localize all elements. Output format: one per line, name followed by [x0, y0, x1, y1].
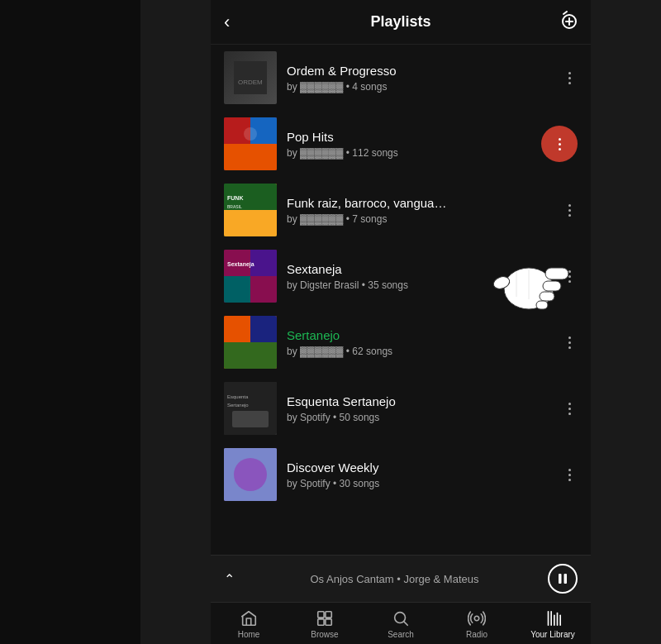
svg-rect-37: [326, 612, 331, 618]
svg-rect-35: [564, 574, 568, 584]
svg-rect-34: [559, 574, 562, 584]
track-name: Os Anjos Cantam: [311, 573, 394, 585]
back-button[interactable]: ‹: [224, 12, 249, 33]
playlist-info: Ordem & Progresso by ▓▓▓▓▓▓ • 4 songs: [287, 64, 562, 93]
playlist-info: Funk raiz, barroco, vangua… by ▓▓▓▓▓▓ • …: [287, 196, 562, 225]
svg-rect-31: [232, 411, 269, 427]
playlist-name: Discover Weekly: [287, 460, 562, 475]
pause-button[interactable]: [548, 564, 578, 594]
nav-item-home[interactable]: Home: [211, 609, 287, 639]
playlist-menu-button[interactable]: [562, 198, 578, 223]
playlist-menu-button[interactable]: [562, 264, 578, 289]
background-left: [0, 0, 140, 644]
nav-item-browse[interactable]: Browse: [287, 609, 363, 639]
playlist-name: Funk raiz, barroco, vangua…: [287, 196, 562, 210]
playlist-menu-active[interactable]: [541, 126, 578, 162]
red-menu-button[interactable]: [541, 126, 578, 162]
svg-rect-18: [224, 210, 277, 236]
playlist-thumbnail: [224, 117, 277, 170]
svg-rect-26: [224, 342, 277, 369]
playlist-meta: by Spotify • 50 songs: [287, 412, 562, 423]
playlist-meta: by ▓▓▓▓▓▓ • 4 songs: [287, 81, 562, 93]
artist-name: Jorge & Mateus: [403, 573, 478, 585]
list-item[interactable]: FUNK BRASIL Funk raiz, barroco, vangua… …: [211, 177, 591, 243]
browse-icon: [316, 609, 334, 627]
playlist-list: ORDEM Ordem & Progresso by ▓▓▓▓▓▓ • 4 so…: [211, 45, 591, 555]
svg-text:Sertanejo: Sertanejo: [227, 403, 249, 408]
list-item[interactable]: Sextaneja Sextaneja by Digster Brasil • …: [211, 243, 591, 309]
playlist-meta: by ▓▓▓▓▓▓ • 62 songs: [287, 346, 562, 357]
svg-point-8: [244, 127, 257, 141]
list-item[interactable]: Esquenta Sertanejo Esquenta Sertanejo by…: [211, 375, 591, 441]
list-item[interactable]: Discover Weekly by Spotify • 30 songs: [211, 441, 591, 508]
list-item[interactable]: Sertanejo by ▓▓▓▓▓▓ • 62 songs: [211, 309, 591, 375]
playlist-name: Pop Hits: [287, 130, 541, 144]
playlist-thumbnail: FUNK BRASIL: [224, 184, 277, 236]
home-icon: [240, 609, 258, 627]
playlist-meta: by Spotify • 30 songs: [287, 478, 562, 489]
playlist-meta: by ▓▓▓▓▓▓ • 7 songs: [287, 213, 562, 225]
nav-label-browse: Browse: [311, 630, 338, 639]
svg-point-33: [234, 458, 267, 491]
expand-icon[interactable]: ⌃: [224, 571, 235, 587]
playlist-meta: by Digster Brasil • 35 songs: [287, 279, 562, 291]
playlist-menu-button[interactable]: [562, 462, 578, 488]
svg-text:ORDEM: ORDEM: [238, 79, 263, 86]
nav-label-radio: Radio: [466, 630, 487, 639]
playlist-info: Sextaneja by Digster Brasil • 35 songs: [287, 262, 562, 291]
playlist-menu-button[interactable]: [562, 330, 578, 355]
nav-label-search: Search: [388, 630, 414, 639]
svg-text:FUNK: FUNK: [227, 195, 243, 201]
phone-screen: ‹ Playlists ORDEM Ordem & Progresso by: [211, 0, 591, 644]
playlist-thumbnail: [224, 448, 277, 501]
svg-rect-27: [250, 316, 277, 342]
svg-text:Esquenta: Esquenta: [227, 394, 249, 399]
svg-text:BRASIL: BRASIL: [227, 204, 242, 209]
playlist-name: Ordem & Progresso: [287, 64, 562, 78]
nav-label-library: Your Library: [530, 630, 575, 639]
playlist-thumbnail: Sextaneja: [224, 250, 277, 303]
playlist-info: Pop Hits by ▓▓▓▓▓▓ • 112 songs: [287, 130, 541, 159]
playlist-thumbnail: [224, 316, 277, 369]
playlist-name: Esquenta Sertanejo: [287, 394, 562, 408]
playlist-meta: by ▓▓▓▓▓▓ • 112 songs: [287, 147, 541, 159]
nav-item-search[interactable]: Search: [363, 609, 439, 639]
playlist-name: Sertanejo: [287, 328, 562, 342]
svg-point-42: [474, 616, 479, 621]
now-playing-text: Os Anjos Cantam • Jorge & Mateus: [241, 573, 548, 585]
svg-rect-3: [234, 61, 267, 94]
svg-text:Sextaneja: Sextaneja: [227, 261, 254, 268]
svg-rect-22: [250, 250, 277, 276]
header: ‹ Playlists: [211, 0, 591, 45]
now-playing-bar[interactable]: ⌃ Os Anjos Cantam • Jorge & Mateus: [211, 555, 591, 602]
playlist-thumbnail: Esquenta Sertanejo: [224, 382, 277, 435]
playlist-menu-button[interactable]: [562, 396, 578, 422]
svg-rect-38: [318, 619, 324, 625]
search-icon: [392, 609, 410, 627]
radio-icon: [468, 609, 486, 627]
svg-rect-39: [326, 619, 331, 625]
nav-item-library[interactable]: Your Library: [515, 609, 591, 639]
playlist-info: Esquenta Sertanejo by Spotify • 50 songs: [287, 394, 562, 423]
page-title: Playlists: [249, 13, 553, 31]
playlist-name: Sextaneja: [287, 262, 562, 276]
svg-rect-36: [318, 612, 324, 618]
playlist-info: Discover Weekly by Spotify • 30 songs: [287, 460, 562, 489]
playlist-thumbnail: ORDEM: [224, 51, 277, 104]
svg-line-41: [404, 622, 407, 625]
list-item[interactable]: Pop Hits by ▓▓▓▓▓▓ • 112 songs: [211, 111, 591, 177]
svg-rect-23: [224, 276, 250, 303]
list-item[interactable]: ORDEM Ordem & Progresso by ▓▓▓▓▓▓ • 4 so…: [211, 45, 591, 111]
svg-rect-7: [224, 144, 277, 170]
playlist-menu-button[interactable]: [562, 65, 578, 91]
nav-label-home: Home: [238, 630, 260, 639]
playlist-info: Sertanejo by ▓▓▓▓▓▓ • 62 songs: [287, 328, 562, 357]
nav-item-radio[interactable]: Radio: [439, 609, 515, 639]
add-playlist-button[interactable]: [553, 10, 578, 34]
bottom-nav: Home Browse Search: [211, 602, 591, 644]
library-icon: [544, 609, 562, 627]
